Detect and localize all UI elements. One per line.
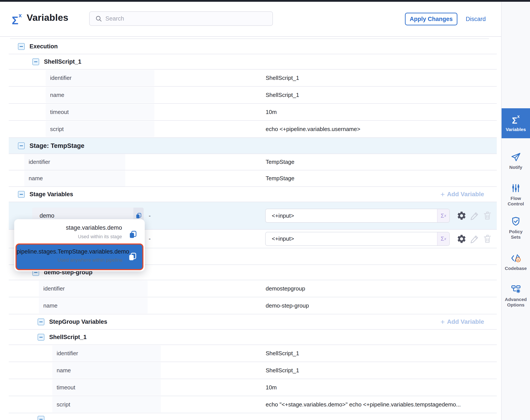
sidebar-item-codebase[interactable]: Codebase [501, 253, 530, 271]
table-row: Stage: TempStage [9, 138, 497, 154]
flowchart-gear-icon [511, 284, 521, 294]
sidebar-item-variables[interactable]: Σx Variables [501, 108, 530, 138]
add-variable-button[interactable]: +Add Variable [441, 191, 484, 198]
sidebar-item-notify[interactable]: Notify [501, 152, 530, 170]
expression-sigma-button[interactable]: Σx [437, 209, 449, 222]
field-label: timeout [46, 104, 154, 120]
copy-icon[interactable] [129, 230, 137, 239]
field-label: identifier [39, 281, 147, 296]
table-row: identifierShellScript_1 [9, 345, 497, 362]
table-row: identifierTempStage [9, 154, 497, 170]
collapse-icon[interactable] [38, 416, 44, 420]
variables-panel: Σx Variables Apply Changes Discard Σx Va… [0, 0, 530, 420]
sigma-icon: Σx [512, 114, 519, 125]
paper-plane-icon [511, 152, 521, 162]
top-window-bar [0, 0, 530, 2]
settings-icon[interactable] [456, 211, 467, 221]
table-row: nameTempStage [9, 170, 497, 187]
code-warning-icon [511, 253, 521, 263]
search-input[interactable] [105, 15, 258, 22]
section-label: ShellScript_1 [49, 334, 87, 341]
search-icon [95, 15, 102, 22]
field-label: identifier [46, 70, 154, 86]
field-label: name [52, 362, 161, 378]
field-value: ShellScript_1 [266, 367, 299, 374]
search-box[interactable] [89, 11, 273, 26]
table-row: timeout10m [9, 104, 497, 121]
sliders-icon [511, 183, 521, 193]
field-value: TempStage [266, 175, 294, 182]
field-value: 10m [266, 384, 277, 391]
expression-sigma-button[interactable]: Σx [437, 232, 449, 245]
section-label: ShellScript_1 [44, 59, 81, 65]
sidebar-item-flow-control[interactable]: Flow Control [501, 183, 530, 207]
sidebar-item-advanced-options[interactable]: Advanced Options [501, 284, 530, 308]
field-value: ShellScript_1 [266, 75, 299, 81]
table-row: ShellScript_1 [9, 54, 497, 70]
delete-icon[interactable] [482, 211, 492, 221]
field-label: name [39, 298, 147, 314]
edit-icon[interactable] [470, 234, 480, 244]
expression-option-pipeline-scope-selected[interactable]: pipeline.stages.TempStage.variables.demo… [15, 243, 143, 270]
collapse-icon[interactable] [18, 43, 25, 50]
variables-sigma-icon: Σx [12, 12, 21, 27]
field-value: TempStage [266, 159, 294, 165]
plus-icon: + [441, 319, 445, 325]
field-label: identifier [24, 154, 125, 170]
collapse-icon[interactable] [18, 142, 25, 149]
right-sidebar: Σx Variables Notify Flow Control Policy … [501, 2, 530, 420]
discard-button[interactable]: Discard [466, 13, 486, 25]
section-label: Stage Variables [29, 191, 73, 198]
section-label: Execution [29, 43, 58, 50]
table-row: scriptecho <+pipeline.variables.username… [9, 121, 497, 138]
field-value: 10m [266, 109, 277, 116]
page-title: Variables [27, 12, 68, 23]
expression-option-stage-scope[interactable]: stage.variables.demo Used within its sta… [14, 219, 145, 242]
field-label: identifier [52, 345, 161, 361]
field-value: demostepgroup [266, 285, 305, 292]
field-value: demo-step-group [266, 302, 309, 309]
field-label: name [24, 171, 125, 186]
section-label: StepGroup Variables [49, 318, 107, 325]
shield-check-icon [511, 216, 521, 227]
table-row [9, 413, 497, 420]
settings-icon[interactable] [456, 234, 467, 244]
edit-icon[interactable] [470, 211, 480, 221]
copy-icon[interactable] [128, 252, 137, 261]
apply-changes-button[interactable]: Apply Changes [405, 13, 457, 25]
add-variable-button[interactable]: +Add Variable [441, 318, 484, 325]
table-row: namedemo-step-group [9, 297, 497, 314]
field-label: timeout [52, 379, 161, 395]
table-row: Execution [9, 39, 497, 54]
variable-required-value: - [149, 235, 151, 242]
table-row: identifierdemostepgroup [9, 280, 497, 297]
field-value: ShellScript_1 [266, 350, 299, 357]
table-row: StepGroup Variables+Add Variable [9, 314, 497, 330]
header: Σx Variables Apply Changes Discard [0, 2, 501, 37]
collapse-icon[interactable] [38, 334, 44, 341]
field-label: script [46, 121, 154, 137]
variable-required-value: - [149, 212, 151, 219]
field-label: script [52, 397, 161, 412]
table-row: ShellScript_1 [9, 330, 497, 345]
variable-value-input[interactable]: <+input>Σx [265, 209, 450, 223]
table-row: Stage Variables+Add Variable [9, 187, 497, 202]
field-value: ShellScript_1 [266, 92, 299, 98]
delete-icon[interactable] [482, 234, 492, 244]
variable-value-input[interactable]: <+input>Σx [265, 232, 450, 246]
collapse-icon[interactable] [32, 59, 39, 65]
table-row: nameShellScript_1 [9, 87, 497, 104]
table-row: nameShellScript_1 [9, 362, 497, 379]
plus-icon: + [441, 191, 445, 197]
table-row: scriptecho "<+stage.variables.demo>" ech… [9, 396, 497, 413]
field-value: echo <+pipeline.variables.username> [266, 126, 360, 133]
field-value: echo "<+stage.variables.demo>" echo <+pi… [266, 401, 461, 408]
table-row: identifierShellScript_1 [9, 70, 497, 87]
sidebar-item-policy-sets[interactable]: Policy Sets [501, 216, 530, 240]
collapse-icon[interactable] [38, 318, 44, 325]
variable-expression-popup: stage.variables.demo Used within its sta… [14, 219, 145, 271]
collapse-icon[interactable] [18, 191, 25, 198]
field-label: name [46, 87, 154, 103]
table-row: timeout10m [9, 379, 497, 396]
section-label: Stage: TempStage [29, 142, 84, 150]
